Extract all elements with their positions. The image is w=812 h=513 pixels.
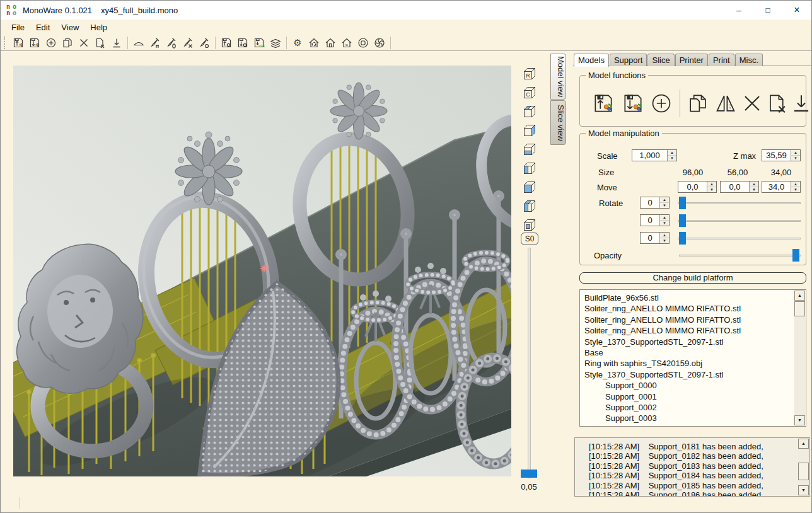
maximize-button[interactable]: □ <box>753 1 782 20</box>
rotate-y-slider[interactable] <box>678 214 801 227</box>
remove-model-icon[interactable] <box>92 35 108 50</box>
save-model-icon[interactable] <box>26 35 43 50</box>
list-item[interactable]: Soliter_ring_ANELLO MIMMO RIFATTO.stl <box>580 325 793 336</box>
minimize-button[interactable]: – <box>724 1 753 20</box>
list-item[interactable]: Support_0000 <box>580 380 793 391</box>
menu-file[interactable]: File <box>6 21 30 34</box>
rotate-y-spinbox[interactable]: 0 ▲▼ <box>640 214 670 226</box>
support-edit-icon[interactable] <box>163 35 180 50</box>
drop-model-icon[interactable] <box>108 35 125 50</box>
add-model-icon[interactable] <box>648 89 675 117</box>
list-item[interactable]: BuildPlate_96x56.stl <box>580 292 793 303</box>
list-item[interactable]: Support_0003 <box>580 413 793 424</box>
machine-stop-icon[interactable] <box>355 35 371 50</box>
load-model-icon[interactable] <box>590 89 617 117</box>
view-bottom-cube-icon[interactable] <box>522 142 537 157</box>
tab-support[interactable]: Support <box>610 54 647 66</box>
delete-model-icon[interactable] <box>76 35 92 50</box>
rotate-z-slider[interactable] <box>678 232 801 245</box>
menu-help[interactable]: Help <box>84 21 113 34</box>
layer-slider-handle[interactable] <box>521 470 537 478</box>
rotate-y-slider-handle[interactable] <box>679 214 686 227</box>
support-options-icon[interactable] <box>196 35 212 50</box>
opacity-slider-handle[interactable] <box>792 249 799 262</box>
open-slice-icon[interactable] <box>218 35 235 50</box>
rotate-x-slider[interactable] <box>678 197 801 209</box>
list-item[interactable]: Ring with saphirs_TS420159.obj <box>580 358 793 369</box>
list-item[interactable]: Style_1370_SupportedSTL_2097-1.stl <box>580 369 793 380</box>
view-center-cube-icon[interactable]: C <box>522 85 537 100</box>
scrollbar-thumb[interactable] <box>798 463 809 480</box>
menu-edit[interactable]: Edit <box>30 21 55 34</box>
view-back-cube-icon[interactable] <box>522 199 537 214</box>
scale-spinbox[interactable]: 1,000 ▲▼ <box>632 149 677 161</box>
toolbar-grip[interactable] <box>4 37 6 49</box>
rotate-z-slider-handle[interactable] <box>679 232 686 245</box>
copy-model-icon[interactable] <box>685 89 711 117</box>
scrollbar-thumb[interactable] <box>794 301 805 316</box>
support-delete-icon[interactable] <box>180 35 196 50</box>
view-top-corner-cube-icon[interactable] <box>522 104 537 119</box>
s0-button[interactable]: S0 <box>521 233 538 245</box>
scroll-down-icon[interactable]: ▼ <box>794 415 805 425</box>
settings-gear-icon[interactable]: ⚙ <box>289 35 306 50</box>
tab-slice-view[interactable]: Slice view <box>550 100 566 145</box>
zmax-spin-buttons[interactable]: ▲▼ <box>791 150 800 161</box>
copy-model-icon[interactable] <box>59 35 76 50</box>
add-model-icon[interactable] <box>43 35 59 50</box>
move-y-spinbox[interactable]: 0,0 ▲▼ <box>720 181 759 193</box>
close-button[interactable]: × <box>782 1 811 20</box>
list-item[interactable]: Soliter_ring_ANELLO MIMMO RIFATTO.stl <box>580 303 793 314</box>
log-console[interactable]: [10:15:28 AM] Support_0181 has been adde… <box>574 437 810 497</box>
save-model-icon[interactable] <box>620 89 646 117</box>
scroll-down-icon[interactable]: ▼ <box>798 485 809 495</box>
list-item[interactable]: Style_1370_SupportedSTL_2097-1.stl <box>580 337 793 347</box>
tab-print[interactable]: Print <box>709 54 734 66</box>
support-add-icon[interactable] <box>147 35 163 50</box>
opacity-slider[interactable] <box>679 249 801 262</box>
scroll-up-icon[interactable]: ▲ <box>794 291 805 301</box>
rotate-x-slider-handle[interactable] <box>679 197 686 209</box>
viewport-canvas[interactable] <box>13 66 511 476</box>
export-cws-icon[interactable]: cws <box>251 35 267 50</box>
list-item[interactable]: Support_0002 <box>580 402 793 413</box>
view-reset-cube-icon[interactable]: R <box>522 66 537 81</box>
model-list-scrollbar[interactable]: ▲ ▼ <box>794 291 805 425</box>
rotate-z-spinbox[interactable]: 0 ▲▼ <box>640 232 670 244</box>
scale-spin-buttons[interactable]: ▲▼ <box>667 150 676 161</box>
list-item[interactable]: Support_0001 <box>580 391 793 402</box>
tab-misc[interactable]: Misc. <box>735 54 763 66</box>
machine-options-icon[interactable]: » <box>339 35 355 50</box>
list-item[interactable]: Soliter_ring_ANELLO MIMMO RIFATTO.stl <box>580 314 793 325</box>
machine-fan-icon[interactable] <box>371 35 388 50</box>
rotate-x-spinbox[interactable]: 0 ▲▼ <box>640 197 670 209</box>
build-base-icon[interactable] <box>130 35 147 50</box>
move-x-spinbox[interactable]: 0,0 ▲▼ <box>678 181 717 193</box>
delete-model-icon[interactable] <box>739 89 765 117</box>
machine-refresh-icon[interactable] <box>306 35 322 50</box>
view-left-cube-icon[interactable] <box>522 161 537 176</box>
view-top-cube-icon[interactable] <box>522 217 537 233</box>
view-right-cube-icon[interactable] <box>522 123 537 138</box>
tab-slice[interactable]: Slice <box>647 54 674 66</box>
zmax-spinbox[interactable]: 35,59 ▲▼ <box>762 149 801 161</box>
remove-model-icon[interactable] <box>764 89 791 117</box>
save-slice-icon[interactable] <box>235 35 251 50</box>
layer-slider-track[interactable] <box>528 248 531 478</box>
tab-models[interactable]: Models <box>574 54 609 67</box>
move-z-spinbox[interactable]: 34,0 ▲▼ <box>762 181 801 193</box>
open-model-icon[interactable] <box>10 35 26 50</box>
scroll-up-icon[interactable]: ▲ <box>798 439 809 449</box>
view-front-cube-icon[interactable] <box>522 180 537 195</box>
log-scrollbar[interactable]: ▲ ▼ <box>798 439 809 495</box>
slice-layers-icon[interactable] <box>267 35 284 50</box>
layer-slider[interactable] <box>520 248 538 478</box>
menu-view[interactable]: View <box>55 21 84 34</box>
mirror-model-icon[interactable] <box>712 89 739 117</box>
list-item[interactable]: Base <box>580 347 793 358</box>
change-build-platform-button[interactable]: Change build platform <box>579 272 806 284</box>
model-list[interactable]: BuildPlate_96x56.stl Soliter_ring_ANELLO… <box>579 289 806 427</box>
tab-model-view[interactable]: Model view <box>550 54 566 100</box>
drop-model-icon[interactable] <box>788 89 812 117</box>
tab-printer[interactable]: Printer <box>675 54 708 66</box>
